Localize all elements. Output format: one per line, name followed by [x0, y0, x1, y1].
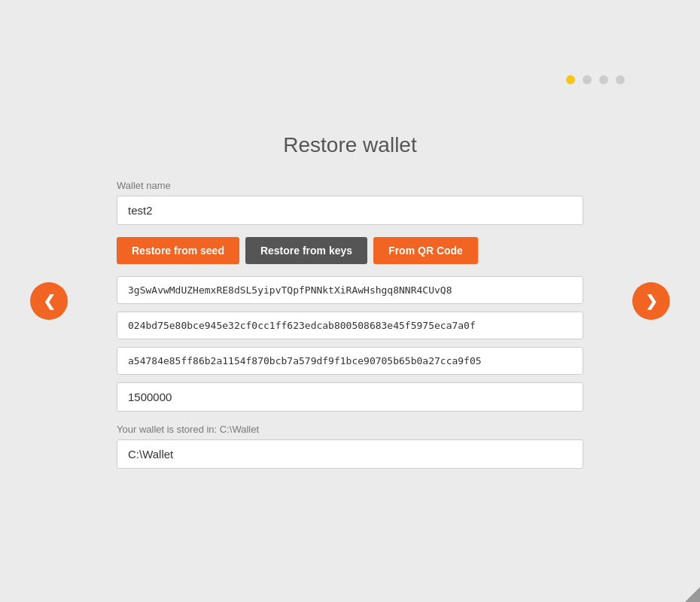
page-title: Restore wallet — [283, 133, 416, 157]
wallet-path-input[interactable] — [117, 439, 583, 469]
from-qr-code-button[interactable]: From QR Code — [373, 237, 478, 264]
form-container: Wallet name Restore from seed Restore fr… — [117, 180, 583, 469]
wallet-name-input[interactable] — [117, 196, 583, 225]
page-container: ❮ Restore wallet Wallet name Restore fro… — [0, 0, 700, 602]
key-input-3[interactable] — [117, 347, 583, 375]
restore-height-input[interactable] — [117, 382, 583, 412]
from-qr-code-label: From QR Code — [388, 245, 463, 257]
restore-from-seed-button[interactable]: Restore from seed — [117, 237, 239, 264]
progress-dots — [566, 75, 625, 84]
main-content: Restore wallet Wallet name Restore from … — [117, 133, 583, 469]
dot-3 — [599, 75, 608, 84]
restore-from-keys-button[interactable]: Restore from keys — [245, 237, 367, 264]
right-arrow-icon: ❯ — [645, 292, 658, 310]
next-button[interactable]: ❯ — [632, 282, 670, 320]
wallet-path-label: Your wallet is stored in: C:\Wallet — [117, 424, 583, 435]
prev-button[interactable]: ❮ — [30, 282, 68, 320]
key-input-1[interactable] — [117, 276, 583, 304]
dot-2 — [583, 75, 592, 84]
restore-from-seed-label: Restore from seed — [132, 245, 224, 257]
wallet-name-label: Wallet name — [117, 180, 583, 191]
dot-4 — [616, 75, 625, 84]
corner-mark — [685, 587, 700, 602]
restore-method-buttons: Restore from seed Restore from keys From… — [117, 237, 583, 264]
restore-from-keys-label: Restore from keys — [260, 245, 352, 257]
left-arrow-icon: ❮ — [43, 292, 56, 310]
key-input-2[interactable] — [117, 312, 583, 339]
dot-1 — [566, 75, 575, 84]
